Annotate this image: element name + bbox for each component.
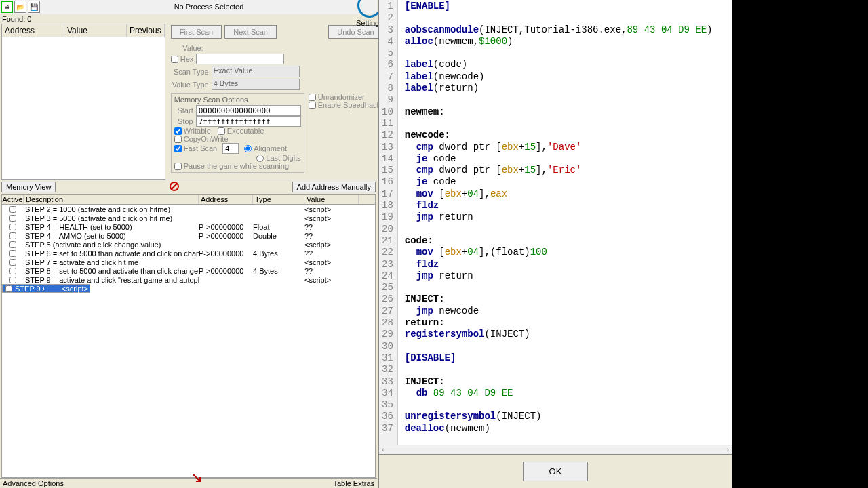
row-desc: STEP 4 = AMMO (set to 5000) [24,232,199,240]
row-desc: STEP 7 = activate and click hit me [24,258,199,266]
row-val: <script> [304,258,359,266]
scantype-label: Scan Type [171,68,209,76]
active-checkbox[interactable] [5,285,12,292]
row-val: ?? [304,249,359,258]
stop-input[interactable] [196,116,301,127]
col-value[interactable]: Value [64,24,127,37]
th-active[interactable]: Active [2,195,24,204]
row-type: 4 Bytes [253,249,304,258]
active-checkbox[interactable] [9,232,16,239]
fastscan-value[interactable] [222,143,239,154]
code-content[interactable]: [ENABLE] aobscanmodule(INJECT,Tutorial-i… [398,0,713,445]
row-val: <script> [304,214,359,222]
found-count: Found: 0 [0,14,377,24]
row-addr: P->00000000 [199,232,253,240]
open-button[interactable]: 📂 [14,1,26,13]
first-scan-button[interactable]: First Scan [171,25,222,39]
value-input[interactable] [196,54,284,64]
row-val: <script> [304,276,359,284]
row-desc: STEP 3 = 5000 (activate and click on hit… [24,214,199,222]
th-addr[interactable]: Address [199,195,253,204]
table-row[interactable]: STEP 6 = set to 5000 than activate and c… [2,249,375,258]
valtype-select[interactable]: 4 Bytes [212,79,300,90]
table-row[interactable]: STEP 8 = set to 5000 and activate than c… [2,266,375,275]
valtype-label: Value Type [171,81,209,89]
unrandomizer-check[interactable] [309,94,316,101]
table-row[interactable]: STEP 4 = AMMO (set to 5000) P->00000000 … [2,231,375,240]
table-row[interactable]: STEP 5 (activate and click change value)… [2,240,375,249]
th-desc[interactable]: Description [24,195,199,204]
row-desc: STEP 9 = activate and click "restart gam… [24,276,199,284]
memory-view-button[interactable]: Memory View [1,182,56,192]
alignment-radio[interactable] [244,145,252,152]
start-input[interactable] [196,105,301,116]
row-val: <script> [304,241,359,249]
mem-options-title: Memory Scan Options [174,96,301,104]
th-val[interactable]: Value [304,195,359,204]
col-previous[interactable]: Previous [127,24,165,37]
active-checkbox[interactable] [9,224,16,230]
active-checkbox[interactable] [9,268,16,274]
cheat-table: Active Description Address Type Value ST… [1,194,376,478]
row-val: <script> [62,285,88,293]
main-toolbar: 🖥 📂 💾 No Process Selected [0,0,377,14]
row-type: 4 Bytes [253,267,304,275]
row-val: ?? [304,223,359,231]
script-editor: 1234567891011121314151617181920212223242… [378,0,732,488]
fastscan-check[interactable] [174,145,182,152]
save-button[interactable]: 💾 [28,1,40,13]
scan-panel: Settings First Scan Next Scan Undo Scan … [167,24,387,180]
row-desc: STEP 5 (activate and click change value) [24,241,199,249]
table-row[interactable]: STEP 9 ALTERNATIVE 1 <script> [2,284,90,293]
row-desc: STEP 4 = HEALTH (set to 5000) [24,223,199,231]
scantype-select[interactable]: Exact Value [212,66,300,77]
row-addr: P->00000000 [199,223,253,231]
writable-check[interactable] [174,127,182,135]
speedhack-check[interactable] [309,102,316,109]
col-address[interactable]: Address [2,24,64,37]
add-address-button[interactable]: Add Address Manually [292,182,376,192]
scan-results[interactable]: Address Value Previous [1,24,165,180]
ok-button[interactable]: OK [523,462,589,481]
row-desc: STEP 6 = set to 5000 than activate and c… [24,249,199,258]
executable-check[interactable] [218,127,225,135]
table-extras[interactable]: Table Extras [333,479,374,487]
active-checkbox[interactable] [9,250,16,257]
undo-scan-button[interactable]: Undo Scan [328,25,382,39]
table-row[interactable]: STEP 3 = 5000 (activate and click on hit… [2,214,375,222]
horizontal-scrollbar[interactable]: ‹› [379,445,732,454]
table-row[interactable]: STEP 2 = 1000 (activate and click on hit… [2,205,375,214]
hex-checkbox[interactable] [171,56,178,63]
process-select-button[interactable]: 🖥 [1,1,13,13]
table-row[interactable]: STEP 7 = activate and click hit me <scri… [2,258,375,266]
th-type[interactable]: Type [253,195,304,204]
active-checkbox[interactable] [9,277,16,283]
value-label: Value: [171,44,203,52]
no-entry-icon[interactable] [169,181,180,193]
line-gutter: 1234567891011121314151617181920212223242… [379,0,398,445]
table-row[interactable]: STEP 4 = HEALTH (set to 5000) P->0000000… [2,222,375,231]
next-scan-button[interactable]: Next Scan [224,25,277,39]
active-checkbox[interactable] [9,241,16,248]
row-val: <script> [304,205,359,214]
table-row[interactable]: STEP 9 = activate and click "restart gam… [2,275,375,284]
active-checkbox[interactable] [9,215,16,222]
active-checkbox[interactable] [9,206,16,213]
row-val: ?? [304,267,359,275]
pause-check[interactable] [174,163,182,170]
row-desc: STEP 8 = set to 5000 and activate than c… [24,267,199,275]
active-checkbox[interactable] [9,259,16,266]
row-type: Double [253,232,304,240]
row-desc: STEP 9 ALTERNATIVE 1 [14,285,44,293]
process-label: No Process Selected [41,3,377,11]
row-addr: P->00000000 [199,267,253,275]
row-addr: P->00000000 [199,249,253,258]
red-arrow-icon[interactable] [192,473,203,485]
advanced-options[interactable]: Advanced Options [3,479,64,487]
cow-check[interactable] [174,136,182,143]
lastdigits-radio[interactable] [256,155,264,162]
row-desc: STEP 2 = 1000 (activate and click on hit… [24,205,199,214]
svg-line-1 [172,184,177,189]
row-val: ?? [304,232,359,240]
row-type: Float [253,223,304,231]
